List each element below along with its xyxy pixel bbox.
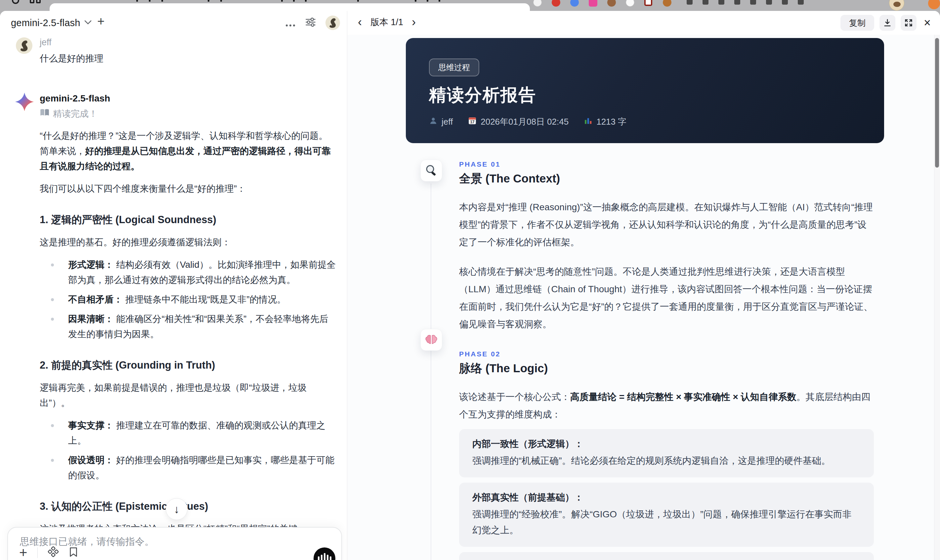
attach-plus-icon[interactable]: + <box>19 546 28 559</box>
list-item-lead: 假设透明： <box>68 455 114 465</box>
list-item-lead: 事实支撑： <box>68 420 114 431</box>
browser-tab[interactable] <box>49 3 530 11</box>
menubar-status-icon[interactable] <box>663 0 672 7</box>
report-body: PHASE 01全景 (The Context)本内容是对“推理 (Reason… <box>459 160 874 560</box>
section-heading: 1. 逻辑的严密性 (Logical Soundness) <box>40 213 334 227</box>
system-menubar <box>0 0 940 11</box>
paragraph: “什么是好的推理？”这是一个涉及逻辑学、认知科学和哲学核心的问题。简单来说，好的… <box>40 128 336 174</box>
chat-input-card: + <box>7 527 342 560</box>
more-options-button[interactable] <box>285 17 296 28</box>
phase-paragraph: 核心情境在于解决“思考的随意性”问题。不论是人类通过批判性思维进行决策，还是大语… <box>459 263 874 333</box>
phase-title: 全景 (The Context) <box>459 171 874 186</box>
report-header-card: 思维过程 精读分析报告 jeff 17 2026年01月08日 02:45 12… <box>406 38 884 143</box>
bookmark-icon[interactable] <box>69 546 78 559</box>
card-body: 强调推理的“经验校准”。解决“GIGO（垃圾进，垃圾出）”问题，确保推理引擎运行… <box>472 506 861 538</box>
phase-label: PHASE 02 <box>459 350 874 358</box>
calendar-icon: 17 <box>468 116 477 127</box>
section-heading: 2. 前提的真实性 (Grounding in Truth) <box>40 358 334 372</box>
tab-text-fragment <box>149 0 151 2</box>
new-chat-button[interactable]: + <box>97 14 105 28</box>
menubar-status-icon[interactable] <box>703 0 709 5</box>
scrollbar-track[interactable] <box>934 35 940 560</box>
menubar-status-icon[interactable] <box>687 0 693 5</box>
card-title: 内部一致性（形式逻辑）： <box>472 438 861 450</box>
assistant-message-body: “什么是好的推理？”这是一个涉及逻辑学、认知科学和哲学核心的问题。简单来说，好的… <box>40 128 334 560</box>
user-avatar <box>16 37 32 54</box>
bar-chart-icon <box>584 116 592 127</box>
version-next-button[interactable]: › <box>412 16 416 28</box>
scrollbar-thumb[interactable] <box>935 38 939 168</box>
tab-text-fragment <box>136 0 138 2</box>
menubar-status-icon[interactable] <box>928 0 940 9</box>
menubar-status-icon[interactable] <box>782 0 788 5</box>
phase-label: PHASE 01 <box>459 160 874 168</box>
report-badge: 思维过程 <box>429 58 479 76</box>
chat-panel: jeff 什么是好的推理 gemini-2.5-flash 精读完成！ “什么是… <box>0 35 347 560</box>
menubar-status-icon[interactable] <box>750 0 756 5</box>
chevron-down-icon <box>84 20 92 26</box>
expand-fullscreen-button[interactable] <box>901 15 917 31</box>
status-line: 精读完成！ <box>40 108 334 120</box>
menubar-status-icon[interactable] <box>766 0 772 5</box>
menubar-status-icon[interactable] <box>718 0 724 5</box>
menubar-avatar[interactable] <box>889 0 904 11</box>
tab-text-fragment <box>162 0 163 2</box>
grid-icon[interactable] <box>30 0 41 3</box>
tab-text-fragment <box>208 0 210 2</box>
card-title: 外部真实性（前提基础）： <box>472 491 861 504</box>
tab-text-fragment <box>293 0 295 2</box>
menubar-status-icon[interactable] <box>533 0 542 7</box>
person-icon <box>429 116 438 127</box>
list-item: 事实支撑： 推理建立在可靠的数据、准确的观测或公认的真理之上。 <box>40 418 336 448</box>
phase-formula: 该论述基于一个核心公式：高质量结论 = 结构完整性 × 事实准确性 × 认知自律… <box>459 388 874 423</box>
text-run: 我们可以从以下四个维度来衡量什么是“好的推理”： <box>40 183 246 194</box>
scroll-to-bottom-button[interactable]: ↓ <box>166 498 188 520</box>
user-message: jeff 什么是好的推理 <box>16 37 334 66</box>
menubar-status-icon[interactable] <box>589 0 597 7</box>
report-meta: jeff 17 2026年01月08日 02:45 1213 字 <box>429 116 626 128</box>
user-avatar[interactable] <box>325 15 340 30</box>
chat-input[interactable] <box>20 536 317 547</box>
diamond-tools-icon[interactable] <box>48 546 59 559</box>
chat-scroll-area[interactable]: jeff 什么是好的推理 gemini-2.5-flash 精读完成！ “什么是… <box>0 35 347 560</box>
menubar-status-icon[interactable] <box>798 0 804 5</box>
bullet-list: 形式逻辑： 结构必须有效（Valid）。比如演绎推理中，如果前提全部为真，那么通… <box>40 257 334 342</box>
menubar-status-icon[interactable] <box>552 0 560 7</box>
list-item: 假设透明： 好的推理会明确指明哪些是已知事实，哪些是基于可能的假设。 <box>40 452 336 483</box>
tab-text-fragment <box>427 0 428 2</box>
paragraph: 我们可以从以下四个维度来衡量什么是“好的推理”： <box>40 181 336 196</box>
menubar-status-icon[interactable] <box>734 0 740 5</box>
app-window: gemini-2.5-flash + ‹ 版本 1/1 <box>0 11 940 560</box>
close-icon[interactable]: × <box>922 16 933 30</box>
tab-text-fragment <box>357 0 359 2</box>
phase-section: PHASE 01全景 (The Context)本内容是对“推理 (Reason… <box>459 160 874 333</box>
reload-icon[interactable] <box>12 0 19 4</box>
artifact-panel: 思维过程 精读分析报告 jeff 17 2026年01月08日 02:45 12… <box>347 35 940 560</box>
screen: gemini-2.5-flash + ‹ 版本 1/1 <box>0 0 940 560</box>
menubar-status-icon[interactable] <box>644 0 652 6</box>
tune-settings-icon[interactable] <box>305 17 316 29</box>
menubar-status-icon[interactable] <box>570 0 579 7</box>
menubar-status-icon[interactable] <box>626 0 634 7</box>
phase-title: 脉络 (The Logic) <box>459 361 874 376</box>
tab-text-fragment <box>305 0 307 2</box>
model-selector[interactable]: gemini-2.5-flash <box>11 17 92 28</box>
message-text: 什么是好的推理 <box>40 51 336 66</box>
menubar-status-icon[interactable] <box>607 0 616 7</box>
gemini-star-icon <box>15 92 34 112</box>
list-item: 因果清晰： 能准确区分“相关性”和“因果关系”，不会轻率地将先后发生的事情归为因… <box>40 311 336 342</box>
panel-divider <box>347 11 347 560</box>
magnifier-icon <box>421 160 442 182</box>
paragraph: 这是推理的基石。好的推理必须遵循逻辑法则： <box>40 235 336 250</box>
message-author: gemini-2.5-flash <box>40 93 334 104</box>
copy-button[interactable]: 复制 <box>840 15 874 31</box>
download-button[interactable] <box>880 15 895 31</box>
message-author: jeff <box>40 37 334 48</box>
paragraph: 逻辑再完美，如果前提是错误的，推理也是垃圾（即“垃圾进，垃圾出”）。 <box>40 380 336 411</box>
version-prev-button[interactable]: ‹ <box>358 16 362 28</box>
dimension-card: 外部真实性（前提基础）：强调推理的“经验校准”。解决“GIGO（垃圾进，垃圾出）… <box>459 483 874 547</box>
voice-input-button[interactable] <box>314 548 335 560</box>
phase-timeline <box>431 183 431 560</box>
text-run: 这是推理的基石。好的推理必须遵循逻辑法则： <box>40 237 231 247</box>
brain-icon <box>421 329 442 351</box>
